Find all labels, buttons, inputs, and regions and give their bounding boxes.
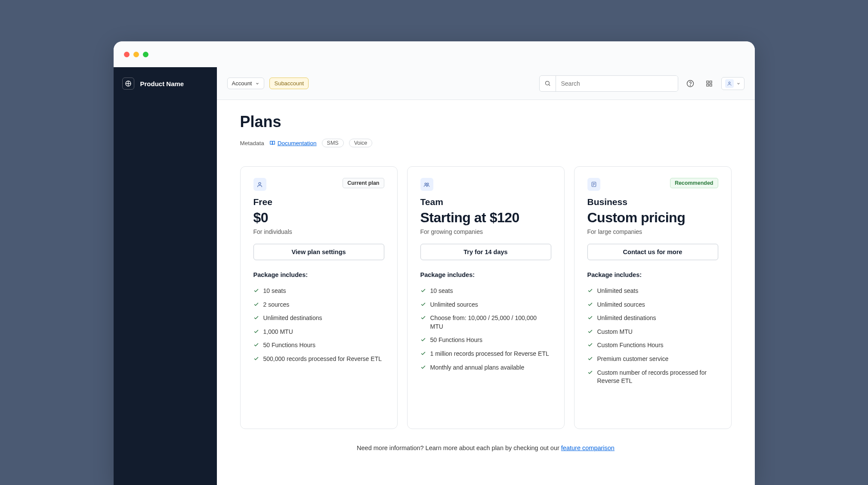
search-wrap [539, 75, 678, 92]
feature-item: Monthly and annual plans available [420, 361, 551, 375]
plan-card: Current planFree$0For individualsView pl… [240, 166, 398, 429]
plan-icon [420, 178, 433, 191]
feature-item: Custom MTU [587, 325, 718, 339]
feature-text: 50 Functions Hours [263, 341, 315, 350]
feature-item: 10 seats [420, 284, 551, 298]
svg-point-11 [729, 82, 730, 84]
window-titlebar [114, 41, 755, 67]
plan-cta-button[interactable]: View plan settings [253, 244, 384, 260]
sidebar: Product Name [114, 67, 217, 485]
book-icon [269, 140, 275, 146]
plan-price: Custom pricing [587, 210, 718, 226]
apps-button[interactable] [702, 77, 716, 90]
feature-item: Custom Functions Hours [587, 339, 718, 352]
feature-item: 50 Functions Hours [420, 333, 551, 347]
plan-price: Starting at $120 [420, 210, 551, 226]
feature-item: 50 Functions Hours [253, 339, 384, 352]
svg-point-3 [545, 81, 549, 85]
svg-rect-9 [707, 84, 709, 86]
svg-point-14 [427, 183, 429, 184]
feature-text: 1 million records processed for Reverse … [430, 350, 549, 358]
feature-item: Custom number of records processed for R… [587, 366, 718, 388]
window-minimize-icon[interactable] [133, 52, 139, 57]
plan-sub: For growing companies [420, 228, 551, 235]
svg-point-12 [259, 182, 261, 184]
feature-text: Unlimited destinations [263, 314, 322, 323]
svg-rect-8 [710, 81, 712, 83]
meta-row: Metadata Documentation SMS Voice [240, 139, 732, 147]
sms-pill[interactable]: SMS [322, 139, 344, 147]
feature-text: 50 Functions Hours [430, 336, 482, 345]
plan-icon [253, 178, 266, 191]
feature-text: Choose from: 10,000 / 25,000 / 100,000 M… [430, 314, 551, 331]
plan-badge: Current plan [343, 178, 384, 188]
voice-pill[interactable]: Voice [349, 139, 373, 147]
feature-comparison-link[interactable]: feature comparison [561, 445, 615, 451]
plan-cta-button[interactable]: Contact us for more [587, 244, 718, 260]
includes-title: Package includes: [587, 271, 718, 278]
user-avatar-icon [725, 79, 734, 88]
feature-text: Premium customer service [597, 355, 669, 364]
plan-badge: Recommended [670, 178, 718, 188]
feature-text: Monthly and annual plans available [430, 364, 525, 372]
feature-text: 1,000 MTU [263, 328, 293, 336]
svg-point-13 [425, 183, 426, 184]
plan-cta-button[interactable]: Try for 14 days [420, 244, 551, 260]
feature-text: Custom Functions Hours [597, 341, 664, 350]
help-icon [686, 80, 694, 87]
plan-name: Free [253, 197, 384, 207]
app-body: Product Name Account Subaccount [114, 67, 755, 485]
feature-item: 500,000 records processed for Reverse ET… [253, 352, 384, 366]
plan-sub: For large companies [587, 228, 718, 235]
feature-text: Unlimited seats [597, 287, 639, 295]
chevron-down-icon [255, 81, 259, 86]
plan-icon [587, 178, 600, 191]
svg-line-4 [549, 84, 550, 86]
feature-item: Unlimited sources [587, 298, 718, 312]
plan-head [420, 178, 551, 191]
feature-item: 1 million records processed for Reverse … [420, 347, 551, 361]
includes-title: Package includes: [253, 271, 384, 278]
feature-list: Unlimited seatsUnlimited sourcesUnlimite… [587, 284, 718, 388]
feature-item: Choose from: 10,000 / 25,000 / 100,000 M… [420, 311, 551, 333]
feature-item: Unlimited destinations [587, 311, 718, 325]
svg-point-6 [690, 85, 690, 85]
chevron-down-icon [736, 81, 741, 86]
footer-note: Need more information? Learn more about … [240, 445, 732, 451]
footer-lead: Need more information? Learn more about … [357, 445, 561, 451]
feature-text: Unlimited sources [430, 301, 478, 309]
feature-item: Unlimited seats [587, 284, 718, 298]
svg-rect-10 [710, 84, 712, 86]
plan-name: Team [420, 197, 551, 207]
window-close-icon[interactable] [124, 52, 130, 57]
account-label: Account [232, 80, 252, 87]
feature-text: Unlimited sources [597, 301, 645, 309]
metadata-label: Metadata [240, 140, 264, 146]
feature-text: 10 seats [263, 287, 286, 295]
feature-item: 1,000 MTU [253, 325, 384, 339]
plan-head: Current plan [253, 178, 384, 191]
grid-icon [706, 80, 713, 87]
feature-list: 10 seats2 sourcesUnlimited destinations1… [253, 284, 384, 366]
subaccount-chip[interactable]: Subaccount [269, 78, 309, 89]
account-selector[interactable]: Account [227, 78, 265, 89]
plan-sub: For individuals [253, 228, 384, 235]
help-button[interactable] [683, 77, 697, 90]
search-input[interactable] [556, 76, 678, 91]
topbar: Account Subaccount [217, 67, 755, 100]
feature-list: 10 seatsUnlimited sourcesChoose from: 10… [420, 284, 551, 374]
feature-item: Unlimited destinations [253, 311, 384, 325]
main: Account Subaccount [217, 67, 755, 485]
window-maximize-icon[interactable] [143, 52, 148, 57]
plan-price: $0 [253, 210, 384, 226]
feature-text: Unlimited destinations [597, 314, 656, 323]
search-icon[interactable] [540, 76, 556, 91]
brand[interactable]: Product Name [114, 67, 217, 100]
subaccount-label: Subaccount [274, 80, 304, 87]
page-title: Plans [240, 113, 732, 131]
user-menu[interactable] [721, 77, 744, 90]
feature-text: 10 seats [430, 287, 453, 295]
feature-text: 2 sources [263, 301, 290, 309]
app-window: Product Name Account Subaccount [114, 41, 755, 485]
documentation-link[interactable]: Documentation [269, 140, 317, 146]
